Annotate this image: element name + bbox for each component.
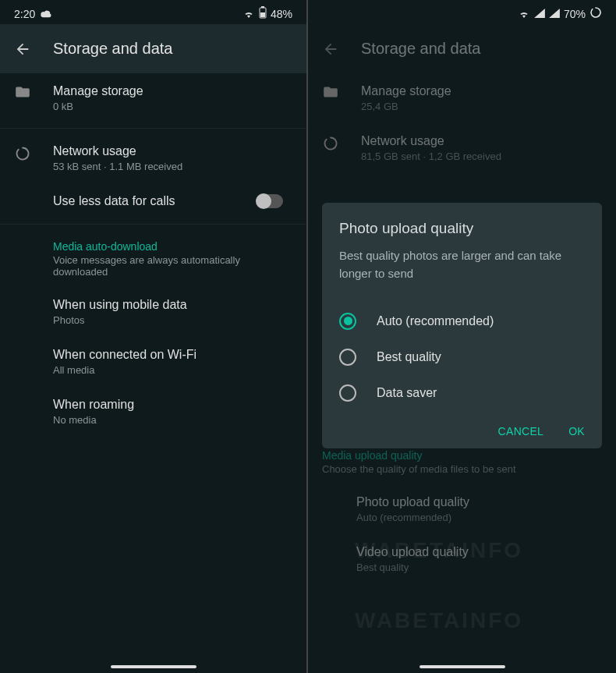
folder-icon	[14, 86, 31, 98]
signal-icon-2	[549, 8, 560, 20]
status-time: 2:20	[14, 8, 35, 20]
folder-icon	[322, 86, 339, 98]
dialog-title: Photo upload quality	[339, 220, 585, 237]
dialog-option-auto[interactable]: Auto (recommended)	[339, 303, 585, 339]
manage-storage-title: Manage storage	[53, 84, 292, 98]
network-usage-sub: 53 kB sent · 1.1 MB received	[53, 161, 292, 172]
screen-storage-settings: 2:20 48% Storage and data Manage storage	[0, 0, 308, 673]
data-usage-icon	[14, 146, 31, 161]
photo-quality-title: Photo upload quality	[356, 495, 602, 509]
less-data-row[interactable]: Use less data for calls	[0, 183, 306, 219]
radio-saver[interactable]	[339, 384, 356, 402]
wifi-row[interactable]: When connected on Wi-Fi All media	[0, 337, 306, 387]
video-quality-row[interactable]: Video upload quality Best quality	[308, 534, 616, 584]
roaming-row[interactable]: When roaming No media	[0, 387, 306, 437]
photo-quality-sub: Auto (recommended)	[356, 512, 602, 523]
radio-auto[interactable]	[339, 313, 356, 330]
back-button[interactable]	[14, 41, 31, 58]
watermark: WABETAINFO	[355, 608, 523, 633]
svg-rect-1	[261, 6, 264, 8]
auto-download-section-label: Media auto-download	[0, 229, 306, 254]
network-usage-title: Network usage	[53, 144, 292, 158]
radio-best[interactable]	[339, 349, 356, 366]
data-usage-icon	[322, 136, 339, 151]
option-label-saver: Data saver	[377, 386, 437, 400]
less-data-label: Use less data for calls	[53, 194, 175, 208]
battery-icon	[259, 6, 267, 21]
photo-quality-dialog: Photo upload quality Best quality photos…	[322, 203, 602, 448]
signal-icon	[534, 8, 545, 20]
network-usage-sub: 81,5 GB sent · 1,2 GB received	[361, 151, 602, 162]
option-label-best: Best quality	[377, 350, 441, 364]
mobile-data-sub: Photos	[53, 314, 292, 326]
back-button[interactable]	[322, 41, 339, 58]
gesture-nav-bar[interactable]	[0, 665, 306, 668]
manage-storage-sub: 25,4 GB	[361, 101, 602, 112]
cloud-icon	[40, 8, 52, 20]
roaming-sub: No media	[53, 414, 292, 426]
video-quality-title: Video upload quality	[356, 545, 602, 559]
divider	[0, 224, 306, 225]
loading-icon	[589, 6, 602, 21]
dialog-option-best[interactable]: Best quality	[339, 339, 585, 375]
upload-quality-section-hint: Choose the quality of media files to be …	[308, 463, 616, 484]
battery-percent: 70%	[564, 8, 586, 20]
app-bar: Storage and data	[308, 24, 616, 73]
manage-storage-row[interactable]: Manage storage 25,4 GB	[308, 73, 616, 123]
video-quality-sub: Best quality	[356, 561, 602, 573]
network-usage-row[interactable]: Network usage 81,5 GB sent · 1,2 GB rece…	[308, 123, 616, 173]
divider	[0, 128, 306, 129]
manage-storage-title: Manage storage	[361, 84, 602, 98]
wifi-icon	[243, 8, 255, 20]
page-title: Storage and data	[53, 40, 172, 58]
status-bar: 2:20 48%	[0, 0, 306, 24]
screen-dialog-upload-quality: 70% Storage and data Manage storage 25,4…	[308, 0, 616, 673]
status-bar: 70%	[308, 0, 616, 24]
wifi-sub: All media	[53, 364, 292, 376]
network-usage-title: Network usage	[361, 134, 602, 148]
svg-rect-2	[260, 12, 265, 17]
page-title: Storage and data	[361, 40, 480, 58]
photo-quality-row[interactable]: Photo upload quality Auto (recommended)	[308, 484, 616, 534]
network-usage-row[interactable]: Network usage 53 kB sent · 1.1 MB receiv…	[0, 133, 306, 183]
auto-download-section-hint: Voice messages are always automatically …	[0, 254, 306, 287]
ok-button[interactable]: OK	[568, 425, 585, 437]
roaming-title: When roaming	[53, 398, 292, 412]
app-bar: Storage and data	[0, 24, 306, 73]
less-data-switch[interactable]	[257, 194, 283, 208]
dialog-description: Best quality photos are larger and can t…	[339, 246, 585, 283]
gesture-nav-bar[interactable]	[308, 665, 616, 668]
dialog-option-saver[interactable]: Data saver	[339, 375, 585, 411]
mobile-data-row[interactable]: When using mobile data Photos	[0, 287, 306, 337]
battery-percent: 48%	[271, 8, 292, 20]
wifi-title: When connected on Wi-Fi	[53, 348, 292, 362]
manage-storage-sub: 0 kB	[53, 101, 292, 112]
mobile-data-title: When using mobile data	[53, 298, 292, 312]
wifi-icon	[518, 8, 530, 20]
option-label-auto: Auto (recommended)	[377, 314, 494, 328]
cancel-button[interactable]: CANCEL	[498, 425, 544, 437]
manage-storage-row[interactable]: Manage storage 0 kB	[0, 73, 306, 123]
